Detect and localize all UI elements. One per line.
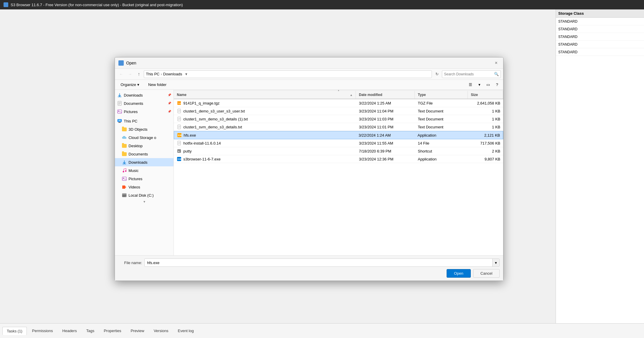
file-name-text: hotfix-install-11.6.0.14 [183,141,221,145]
svg-rect-14 [122,177,126,180]
tab-versions[interactable]: Versions [150,327,173,335]
table-row[interactable]: TGZ 9141P1_q_image.tgz 3/22/2024 1:25 AM… [174,99,503,107]
view-details-button[interactable]: ☰ [467,81,474,89]
table-row[interactable]: EXE s3browser-11-6-7.exe 3/23/2024 12:36… [174,155,503,163]
refresh-button[interactable]: ↻ [433,70,441,78]
pin-icon-pics: 📌 [168,110,171,113]
sidebar-item-this-pc[interactable]: This PC [115,117,174,125]
music-icon [122,168,127,173]
table-row[interactable]: cluster1_svm_demo_s3_details.txt 3/23/20… [174,123,503,131]
file-type-cell: Application [415,155,468,163]
svg-text:EXE: EXE [178,134,182,136]
back-button[interactable]: ← [117,70,125,78]
file-icon-txt [177,141,181,145]
filename-row: File name: ▾ [118,259,500,267]
col-header-date[interactable]: Date modified [356,91,415,99]
table-row[interactable]: hotfix-install-11.6.0.14 3/23/2024 11:55… [174,139,503,147]
filename-input-wrapper: ▾ [144,259,500,267]
tab-headers[interactable]: Headers [58,327,81,335]
table-row[interactable]: EXE hfs.exe 3/22/2024 1:24 AM Applicatio… [174,131,503,139]
sidebar-item-desktop[interactable]: Desktop [115,142,174,150]
file-name-text: hfs.exe [184,133,196,137]
filename-dropdown-button[interactable]: ▾ [492,259,499,266]
help-button[interactable]: ? [493,81,501,89]
file-size-cell: 2 KB [468,147,503,155]
storage-class-header: Storage Class [556,9,644,18]
file-name-text: 9141P1_q_image.tgz [183,101,219,105]
file-icon-txt [177,109,181,113]
filename-label: File name: [118,261,142,265]
view-preview-button[interactable]: ▭ [484,81,492,89]
cancel-button[interactable]: Cancel [473,269,500,278]
view-dropdown-button[interactable]: ▾ [475,81,483,89]
this-pc-icon [117,119,122,123]
file-icon-tgz: TGZ [177,101,181,105]
sidebar-item-local-disk[interactable]: Local Disk (C:) [115,191,174,199]
sidebar-desktop-label: Desktop [128,144,143,148]
file-date-cell: 3/22/2024 1:24 AM [356,131,415,139]
sidebar-pictures-label: Pictures [128,177,142,181]
organize-button[interactable]: Organize ▾ [117,81,143,88]
sidebar-downloads-label: Downloads [128,160,147,165]
tab-tags[interactable]: Tags [82,327,98,335]
svg-rect-33 [178,125,181,129]
svg-rect-5 [118,110,122,113]
bottom-tabs-bar: Tasks (1) Permissions Headers Tags Prope… [0,323,644,338]
sidebar-item-downloads-pinned[interactable]: Downloads 📌 [115,91,174,99]
s3-app-icon [4,2,8,7]
breadcrumb-dropdown-button[interactable]: ▾ [183,71,189,78]
sidebar-cloud-label: Cloud Storage o [128,135,156,140]
filename-input[interactable] [145,261,492,265]
sidebar-item-documents-pinned[interactable]: Documents 📌 [115,99,174,107]
dialog-title-icon [118,60,124,66]
new-folder-button[interactable]: New folder [145,81,170,88]
col-header-size[interactable]: Size [468,91,503,99]
file-date-cell: 3/23/2024 11:03 PM [356,115,415,123]
file-date-cell: 7/18/2020 6:39 PM [356,147,415,155]
sidebar-item-videos[interactable]: Videos [115,183,174,191]
file-type-cell: Text Document [415,115,468,123]
tab-properties[interactable]: Properties [100,327,125,335]
col-header-name[interactable]: Name ▲ [174,91,356,99]
sidebar-item-music[interactable]: Music [115,166,174,175]
dialog-close-button[interactable]: × [493,59,500,67]
breadcrumb-bar[interactable]: This PC › Downloads ▾ [144,70,432,78]
search-input[interactable] [444,72,493,76]
sidebar-item-documents[interactable]: Documents [115,150,174,158]
open-button[interactable]: Open [447,269,471,278]
file-name-text: putty [183,149,191,153]
sidebar-item-3d-objects[interactable]: 3D Objects [115,125,174,133]
open-file-dialog: Open × ← → ↑ This PC › Downloads ▾ ↻ 🔍 [115,57,503,281]
sidebar-item-downloads[interactable]: Downloads [115,158,174,166]
dialog-title-text: Open [126,61,136,65]
pin-icon-docs: 📌 [168,102,171,105]
tab-tasks[interactable]: Tasks (1) [2,327,27,335]
help-icon: ? [496,82,498,87]
file-size-cell: 1 KB [468,115,503,123]
sidebar-local-disk-label: Local Disk (C:) [128,193,153,198]
sidebar-item-cloud-storage[interactable]: Cloud Storage o [115,133,174,142]
table-row[interactable]: putty 7/18/2020 6:39 PM Shortcut 2 KB [174,147,503,155]
view-details-icon: ☰ [469,82,472,87]
table-row[interactable]: cluster1_svm_demo_s3_details (1).txt 3/2… [174,115,503,123]
file-icon-exe-orange: EXE [177,133,182,137]
search-box: 🔍 [442,70,501,78]
sidebar-item-pictures-pinned[interactable]: Pictures 📌 [115,107,174,116]
tab-preview[interactable]: Preview [126,327,148,335]
up-button[interactable]: ↑ [135,70,143,78]
tab-permissions[interactable]: Permissions [28,327,57,335]
file-name-cell: putty [174,147,356,155]
download-arrow-icon [117,93,122,97]
sidebar-music-label: Music [128,168,138,173]
file-icon-txt [177,125,181,129]
col-header-type[interactable]: Type [415,91,468,99]
file-icon-exe-blue: EXE [177,157,181,161]
sidebar-item-pictures[interactable]: Pictures [115,175,174,183]
documents-folder-icon [122,152,127,156]
svg-text:EXE: EXE [178,158,181,160]
tab-eventlog[interactable]: Event log [174,327,198,335]
view-dropdown-icon: ▾ [478,82,480,87]
forward-button[interactable]: → [126,70,134,78]
storage-class-row-4: STANDARD [556,41,644,48]
table-row[interactable]: cluster1_demo_s3_user_s3_user.txt 3/23/2… [174,107,503,115]
